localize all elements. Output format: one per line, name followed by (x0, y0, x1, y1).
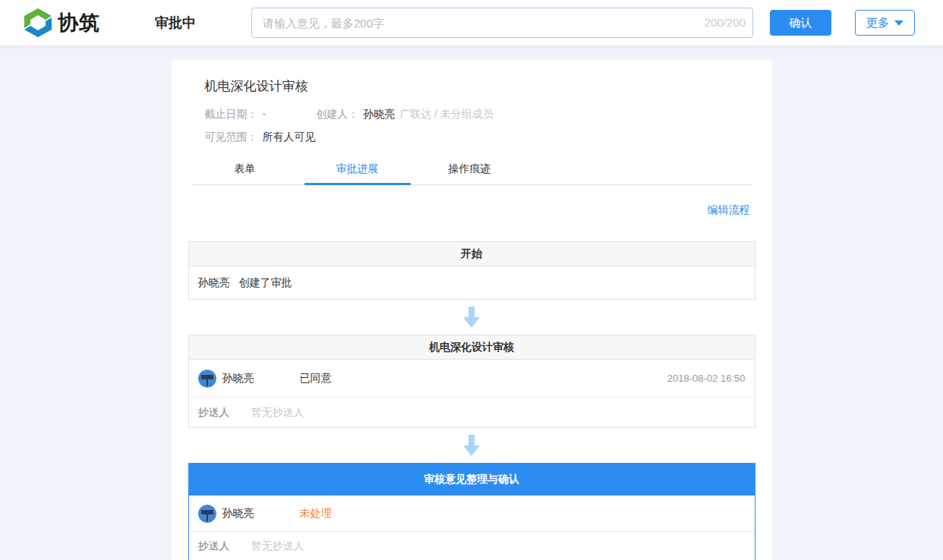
cc-value: 暂无抄送人 (251, 406, 304, 420)
top-bar: 协筑 审批中 200/200 确认 更多 (0, 0, 943, 46)
edit-flow-row: 编辑流程 (194, 203, 750, 219)
cc-label: 抄送人 (198, 406, 230, 420)
chevron-down-icon (894, 20, 904, 26)
step-1-cc-row: 抄送人 暂无抄送人 (189, 398, 755, 427)
approval-status-title: 审批中 (155, 14, 196, 32)
approval-detail-card: 机电深化设计审核 截止日期：-创建人：孙晓亮广联达 / 未分组成员 可见范围：所… (172, 60, 772, 560)
deadline-value: - (263, 108, 266, 120)
step-1-approver-row: 孙晓亮 已同意 2018-08-02 16:50 (189, 360, 755, 398)
char-counter: 200/200 (705, 8, 746, 38)
tab-form[interactable]: 表单 (192, 157, 298, 184)
more-button[interactable]: 更多 (855, 10, 915, 36)
brand-logo[interactable]: 协筑 (23, 8, 100, 38)
xiezhu-logo-icon (23, 8, 53, 38)
tab-operation-history[interactable]: 操作痕迹 (417, 157, 523, 184)
approval-meta: 截止日期：-创建人：孙晓亮广联达 / 未分组成员 可见范围：所有人可见 (172, 95, 772, 148)
step-2-cc-row: 抄送人 暂无抄送人 (189, 532, 755, 560)
arrow-down-icon (462, 435, 481, 456)
cc-value: 暂无抄送人 (251, 540, 304, 553)
brand-name: 协筑 (58, 9, 100, 36)
flow-node-step-2-current: 审核意见整理与确认 孙晓亮 未处理 抄送人 暂无抄送人 (188, 463, 755, 560)
deadline-label: 截止日期： (205, 108, 258, 120)
creator-name: 孙晓亮 (363, 108, 395, 120)
approval-flow: 开始 孙晓亮创建了审批 机电深化设计审核 (188, 241, 755, 560)
step-2-approver-name: 孙晓亮 (222, 507, 300, 521)
step-1-status: 已同意 (300, 372, 332, 385)
more-button-label: 更多 (866, 16, 889, 30)
cc-label: 抄送人 (198, 540, 230, 553)
step-2-status: 未处理 (300, 507, 332, 521)
avatar (198, 370, 216, 388)
step-2-approver-row: 孙晓亮 未处理 (189, 496, 755, 532)
meta-row-visibility: 可见范围：所有人可见 (205, 125, 739, 148)
confirm-button[interactable]: 确认 (770, 10, 831, 36)
detail-tabs: 表单 审批进展 操作痕迹 (192, 157, 752, 185)
step-1-time: 2018-08-02 16:50 (667, 373, 746, 384)
creator-org: 广联达 / 未分组成员 (399, 108, 494, 120)
flow-node-step-1: 机电深化设计审核 孙晓亮 已同意 2018-08-02 16:50 抄送人 暂无… (188, 335, 755, 428)
comment-input[interactable] (251, 8, 753, 38)
tab-approval-progress[interactable]: 审批进展 (304, 157, 411, 184)
start-creator-name: 孙晓亮 (198, 276, 230, 290)
step-1-approver-name: 孙晓亮 (222, 372, 300, 385)
step-2-title: 审核意见整理与确认 (189, 464, 755, 496)
meta-row-deadline-creator: 截止日期：-创建人：孙晓亮广联达 / 未分组成员 (205, 102, 739, 125)
creator-label: 创建人： (316, 108, 358, 120)
flow-connector (188, 428, 755, 463)
visibility-value: 所有人可见 (263, 131, 316, 143)
visibility-label: 可见范围： (205, 131, 258, 143)
start-node-content: 孙晓亮创建了审批 (189, 266, 755, 299)
approval-title: 机电深化设计审核 (172, 60, 772, 95)
start-action-text: 创建了审批 (239, 276, 292, 290)
edit-flow-link[interactable]: 编辑流程 (708, 203, 750, 216)
step-1-title: 机电深化设计审核 (189, 335, 755, 360)
flow-node-start: 开始 孙晓亮创建了审批 (188, 241, 755, 300)
comment-input-wrap: 200/200 (251, 8, 753, 38)
flow-connector (188, 300, 755, 335)
arrow-down-icon (462, 307, 481, 328)
start-node-title: 开始 (189, 242, 755, 266)
avatar (198, 505, 216, 523)
